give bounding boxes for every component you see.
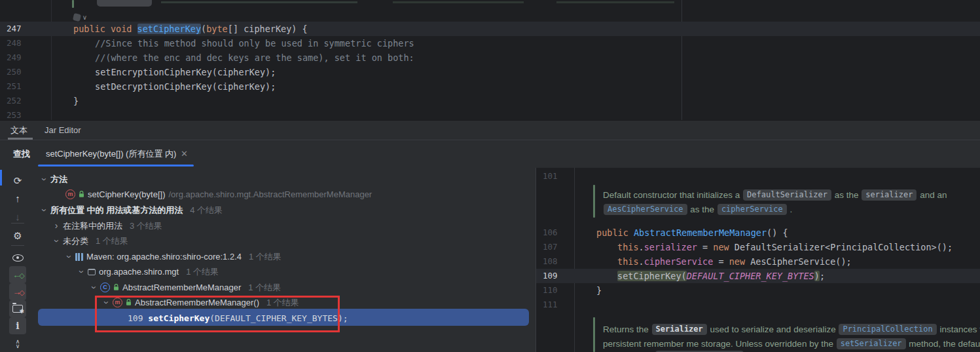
gutter-separator [574, 168, 575, 352]
code-token: . [639, 256, 644, 267]
expand-collapse-icon[interactable]: ∧∨ [9, 336, 26, 352]
tree-row-label: 所有位置 中的 用法或基方法的用法 [50, 203, 183, 218]
code-token: new [729, 256, 745, 267]
tree-row-label: AbstractRememberMeManager [122, 280, 241, 295]
previous-occurrence-icon[interactable]: ↑ [9, 189, 26, 206]
tab-text[interactable]: 文本 [10, 121, 27, 140]
code-line: setCipherKey(DEFAULT_CIPHER_KEY_BYTES); [617, 269, 825, 283]
tree-row[interactable]: ›未分类1 个结果 [53, 233, 128, 248]
tree-row[interactable]: ›在注释中的用法3 个结果 [53, 218, 162, 233]
tree-row[interactable]: ›CAbstractRememberMeManager1 个结果 [90, 280, 281, 295]
result-count: 1 个结果 [266, 295, 299, 310]
tree-row[interactable]: ›org.apache.shiro.mgt1 个结果 [78, 264, 219, 279]
code-line: public void setCipherKey(byte[] cipherKe… [73, 22, 308, 36]
code-token: . [639, 242, 644, 252]
code-token: byte [206, 24, 228, 34]
chevron-expanded-icon[interactable]: › [74, 269, 89, 275]
code-token: setSerializer [837, 338, 906, 349]
code-token: AesCipherService [604, 204, 687, 215]
code-token: cipherService [717, 204, 787, 215]
code-token: this [617, 242, 639, 252]
method-icon: m [65, 189, 75, 199]
chevron-expanded-icon[interactable]: › [62, 254, 77, 260]
code-token: AbstractRememberMeManager [634, 227, 767, 238]
show-description-icon[interactable]: i [9, 317, 26, 334]
code-token: public void [73, 24, 137, 34]
find-result-tab[interactable]: setCipherKey(byte[]) (所有位置 内) [46, 140, 176, 168]
rendered-doc-line: Returns the Serializer used to serialize… [603, 323, 980, 337]
code-token: DefaultSerializer<PrincipalCollection>()… [729, 242, 953, 252]
code-line: } [73, 94, 79, 108]
code-token: = [713, 256, 729, 267]
tree-row-label: 在注释中的用法 [63, 218, 122, 233]
tree-row-label: setCipherKey(byte[]) [88, 187, 166, 202]
code-token: instances for [937, 324, 980, 334]
open-in-new-window-icon[interactable]: ✱ [9, 300, 26, 317]
line-number: 250 [7, 65, 22, 79]
doc-comment-border [593, 185, 595, 218]
code-token: and an [917, 190, 947, 200]
navigate-to-source-icon[interactable]: ←◇ [9, 266, 26, 283]
tree-row[interactable]: ›Maven: org.apache.shiro:shiro-core:1.2.… [65, 249, 281, 264]
code-token: serializer [862, 189, 916, 201]
code-token: = [697, 242, 713, 252]
line-number: 253 [7, 108, 22, 120]
code-token: serializer [644, 242, 697, 252]
result-count: 1 个结果 [96, 233, 128, 248]
code-token: . [788, 205, 793, 214]
preview-eye-icon[interactable] [9, 249, 26, 266]
code-token: persistent remember me storage. Unless o… [603, 339, 836, 349]
code-token: //Since this method should only be used … [95, 38, 414, 49]
code-token: ) [814, 271, 820, 281]
preview-editor[interactable]: 101Default constructor that initializes … [535, 168, 980, 352]
result-usage-row[interactable]: 109 setCipherKey(DEFAULT_CIPHER_KEY_BYTE… [128, 311, 348, 326]
right-margin-guide [681, 0, 682, 120]
tree-row[interactable]: ›所有位置 中的 用法或基方法的用法4 个结果 [41, 203, 223, 218]
settings-gear-icon[interactable]: ⚙ [9, 227, 26, 244]
line-number: 249 [7, 50, 22, 65]
line-number: 110 [543, 283, 558, 298]
find-results-area: ⟳↑↓⚙←◇→◇✱i∧∨ ›方法msetCipherKey(byte[]) /o… [0, 168, 980, 352]
scroll-from-source-icon[interactable]: →◇ [9, 283, 26, 300]
chevron-collapsed-icon[interactable]: › [53, 218, 60, 233]
tree-row[interactable]: ›方法 [41, 172, 67, 187]
chevron-expanded-icon[interactable]: › [37, 176, 52, 183]
code-line: setEncryptionCipherKey(cipherKey); [95, 65, 276, 79]
chevron-down-icon: ∨ [82, 14, 87, 21]
code-token: PrincipalCollection [839, 324, 936, 335]
tab-text-underline [8, 138, 33, 140]
code-token: 109 [128, 313, 148, 323]
code-token: setCipherKey [137, 24, 202, 34]
line-number: 248 [7, 36, 22, 50]
code-token: [] cipherKey) { [228, 24, 308, 34]
code-token: setCipherKey [148, 313, 209, 323]
toolbar-separator [11, 245, 24, 246]
find-title: 查找 [13, 140, 30, 168]
code-editor[interactable]: ∨ 247public void setCipherKey(byte[] cip… [0, 0, 980, 120]
tree-row[interactable]: ›mAbstractRememberMeManager()1 个结果 [103, 295, 299, 310]
chevron-expanded-icon[interactable]: › [99, 300, 114, 306]
gutter-inlay-icon[interactable]: ∨ [73, 12, 90, 21]
close-icon[interactable]: ✕ [181, 140, 188, 168]
code-token: DefaultSerializer [743, 189, 831, 201]
doc-text-sliver [161, 1, 357, 3]
line-number: 106 [543, 225, 558, 240]
toolwindow-stripe-indicator [0, 170, 2, 186]
rerun-search-icon[interactable]: ⟳ [9, 172, 26, 189]
toolbar-separator [11, 223, 24, 224]
code-token: Default constructor that initializes a [603, 190, 742, 200]
chevron-expanded-icon[interactable]: › [86, 284, 101, 291]
code-token: setEncryptionCipherKey(cipherKey); [95, 67, 276, 77]
tree-row[interactable]: msetCipherKey(byte[]) /org.apache.shiro.… [65, 187, 372, 202]
find-toolwindow-header: 查找 setCipherKey(byte[]) (所有位置 内) ✕ [0, 140, 980, 168]
chevron-expanded-icon[interactable]: › [37, 207, 52, 214]
line-number: 108 [543, 254, 558, 269]
doc-comment-border [72, 0, 74, 8]
tree-row-label: 未分类 [63, 233, 88, 248]
tab-jar-editor[interactable]: Jar Editor [45, 121, 81, 140]
rendered-doc-line: instance is a DefaultSerializer [603, 349, 744, 352]
chevron-expanded-icon[interactable]: › [49, 238, 64, 244]
line-number: 251 [7, 79, 22, 94]
tree-row-label: org.apache.shiro.mgt [99, 264, 179, 279]
line-number: 252 [7, 94, 22, 108]
